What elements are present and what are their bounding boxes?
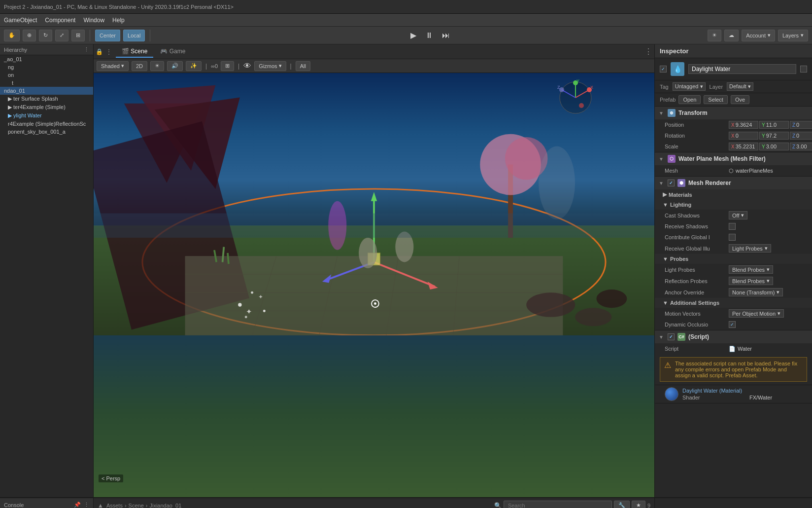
transform-scale-btn[interactable]: ⤢ <box>55 30 68 41</box>
cloud-icon-btn[interactable]: ☁ <box>724 30 739 41</box>
console-menu[interactable]: ⋮ <box>84 502 89 508</box>
position-z-field[interactable]: Z 0 <box>790 121 812 129</box>
reflection-probes-dropdown[interactable]: Blend Probes ▾ <box>729 277 773 285</box>
motion-vectors-dropdown[interactable]: Per Object Motion ▾ <box>729 309 784 318</box>
lighting-label: Lighting <box>670 202 691 208</box>
contribute-global-checkbox[interactable] <box>729 234 736 241</box>
object-name-input[interactable] <box>688 64 796 74</box>
position-x-field[interactable]: X 9.3624 <box>729 121 758 129</box>
scale-row: Scale X 35.2231 Y 3.00 Z 3.00 <box>655 141 812 152</box>
viewport-menu-icon[interactable]: ⋮ <box>106 48 112 55</box>
shade-mode-dropdown[interactable]: Shaded ▾ <box>97 61 129 71</box>
scale-z-field[interactable]: Z 3.00 <box>790 143 812 150</box>
hierarchy-item-2[interactable]: on <box>0 71 93 79</box>
hierarchy-item-5[interactable]: ▶ ter Surface Splash <box>0 95 93 103</box>
center-toggle[interactable]: Center <box>95 30 120 41</box>
account-dropdown[interactable]: Account ▾ <box>742 30 775 41</box>
hierarchy-item-4[interactable]: ndao_01 <box>0 87 93 95</box>
layers-dropdown[interactable]: Layers ▾ <box>778 30 808 41</box>
lighting-subheader[interactable]: ▼ Lighting <box>655 200 812 210</box>
menu-help[interactable]: Help <box>112 17 125 24</box>
mesh-filter-header[interactable]: ▼ ⬡ Water Plane Mesh (Mesh Filter) <box>655 152 812 165</box>
vert-count: ∞0 <box>211 63 218 69</box>
rotation-y-field[interactable]: Y 97.2 <box>759 132 789 140</box>
menu-gameobject[interactable]: GameObject <box>4 17 37 24</box>
transform-rect-btn[interactable]: ⊞ <box>71 30 85 41</box>
static-checkbox[interactable] <box>800 66 807 73</box>
hierarchy-item-0[interactable]: _ao_01 <box>0 55 93 63</box>
mesh-renderer-header[interactable]: ▼ ✓ ⬢ Mesh Renderer <box>655 177 812 189</box>
menu-window[interactable]: Window <box>83 17 104 24</box>
hierarchy-menu-icon[interactable]: ⋮ <box>84 46 89 53</box>
all-dropdown[interactable]: All <box>296 61 310 71</box>
viewport-options-icon[interactable]: ⋮ <box>644 47 652 56</box>
materials-subheader[interactable]: ▶ Materials <box>655 189 812 200</box>
select-prefab-btn[interactable]: Select <box>704 95 728 104</box>
console-pin[interactable]: 📌 <box>74 502 81 508</box>
transform-icon: ⊕ <box>668 109 676 117</box>
anchor-override-dropdown[interactable]: None (Transform) ▾ <box>729 288 783 296</box>
hierarchy-title: Hierarchy <box>4 47 27 53</box>
bottom-area: Console 📌 ⋮ toUpgrade nt o_01 ndao_01 ▲ … <box>0 497 812 508</box>
audio-btn[interactable]: 🔊 <box>167 61 183 71</box>
local-toggle[interactable]: Local <box>123 30 145 41</box>
material-preview <box>665 387 678 401</box>
light-probes-dropdown[interactable]: Blend Probes ▾ <box>729 265 773 274</box>
pause-button[interactable]: ⏸ <box>422 30 436 41</box>
hierarchy-item-1[interactable]: ng <box>0 63 93 71</box>
transform-title: Transform <box>678 109 708 116</box>
tab-scene[interactable]: 🎬 Scene <box>116 46 153 58</box>
menu-component[interactable]: Component <box>45 17 75 24</box>
layer-dropdown[interactable]: Default ▾ <box>727 82 753 91</box>
override-btn[interactable]: Ove <box>731 95 749 104</box>
anchor-override-label: Anchor Override <box>665 290 729 295</box>
script-checkbox[interactable]: ✓ <box>668 333 675 340</box>
gizmos-dropdown[interactable]: Gizmos ▾ <box>254 61 286 71</box>
probes-subheader[interactable]: ▼ Probes <box>655 254 812 264</box>
receive-global-dropdown[interactable]: Light Probes ▾ <box>729 244 771 253</box>
script-header[interactable]: ▼ ✓ C# (Script) <box>655 330 812 343</box>
step-button[interactable]: ⏭ <box>439 30 453 41</box>
play-button[interactable]: ▶ <box>407 30 419 41</box>
rotation-x-field[interactable]: X 0 <box>729 132 758 140</box>
hierarchy-item-7[interactable]: ▶ ylight Water <box>0 111 93 120</box>
hierarchy-item-3[interactable]: t <box>0 79 93 87</box>
rotation-row: Rotation X 0 Y 97.2 Z 0 <box>655 130 812 141</box>
2d-toggle[interactable]: 2D <box>132 61 147 71</box>
object-active-checkbox[interactable]: ✓ <box>660 66 667 73</box>
breadcrumb-scene[interactable]: Scene <box>129 503 144 508</box>
assets-search-input[interactable] <box>504 501 612 508</box>
cast-shadows-dropdown[interactable]: Off ▾ <box>729 211 747 219</box>
hierarchy-item-8[interactable]: r4Example (Simple)ReflectionSc <box>0 120 93 128</box>
breadcrumb-assets[interactable]: Assets <box>106 503 123 508</box>
warning-icon: ⚠ <box>664 361 671 370</box>
tag-dropdown[interactable]: Untagged ▾ <box>673 82 706 91</box>
overlay-btn[interactable]: ⊞ <box>221 61 234 71</box>
sun-icon-btn[interactable]: ☀ <box>708 30 721 41</box>
title-text: Project 2 - Jixiandao_01 - PC, Mac & Lin… <box>4 4 234 10</box>
additional-settings-subheader[interactable]: ▼ Additional Settings <box>655 298 812 308</box>
rotation-z-field[interactable]: Z 0 <box>790 132 812 140</box>
transform-move-btn[interactable]: ⊕ <box>23 30 36 41</box>
assets-filter-btn[interactable]: 🔧 <box>614 501 630 508</box>
light-probes-chevron: ▾ <box>767 266 770 273</box>
position-y-field[interactable]: Y 11.0 <box>759 121 789 129</box>
effects-btn[interactable]: ✨ <box>186 61 202 71</box>
hierarchy-item-6[interactable]: ▶ ter4Example (Simple) <box>0 103 93 111</box>
receive-shadows-checkbox[interactable] <box>729 223 736 230</box>
assets-star-btn[interactable]: ★ <box>632 501 645 508</box>
mr-checkbox[interactable]: ✓ <box>668 180 675 186</box>
dynamic-occlusion-checkbox[interactable]: ✓ <box>729 321 736 328</box>
transform-rotate-btn[interactable]: ↻ <box>39 30 52 41</box>
scale-x-field[interactable]: X 35.2231 <box>729 143 758 150</box>
light-btn[interactable]: ☀ <box>150 61 164 71</box>
receive-global-val: Light Probes <box>732 246 763 252</box>
tab-game[interactable]: 🎮 Game <box>154 46 191 58</box>
open-prefab-btn[interactable]: Open <box>678 95 701 104</box>
scale-y-field[interactable]: Y 3.00 <box>759 143 789 150</box>
viewport-canvas[interactable]: ✦ ✦ < Persp <box>94 73 654 497</box>
transform-hand-btn[interactable]: ✋ <box>4 30 20 41</box>
hierarchy-item-9[interactable]: ponent_sky_box_001_a <box>0 128 93 136</box>
transform-header[interactable]: ▼ ⊕ Transform <box>655 107 812 119</box>
breadcrumb-jixian[interactable]: Jixiandao_01 <box>149 503 181 508</box>
